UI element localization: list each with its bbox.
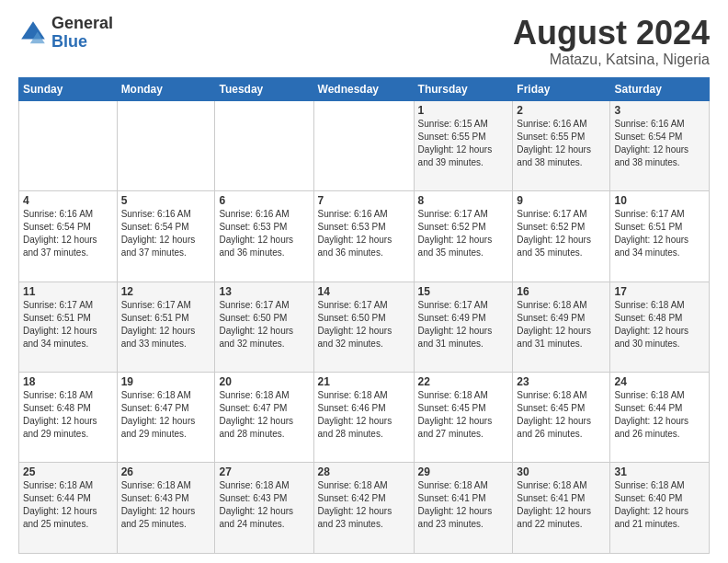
header: General Blue August 2024 Matazu, Katsina… — [18, 15, 710, 68]
day-info: Sunrise: 6:18 AM Sunset: 6:44 PM Dayligh… — [614, 389, 705, 441]
day-number: 23 — [517, 375, 606, 388]
day-number: 31 — [614, 465, 705, 478]
title-block: August 2024 Matazu, Katsina, Nigeria — [513, 15, 710, 68]
calendar-cell: 11Sunrise: 6:17 AM Sunset: 6:51 PM Dayli… — [19, 282, 118, 372]
day-info: Sunrise: 6:18 AM Sunset: 6:48 PM Dayligh… — [614, 299, 705, 350]
day-info: Sunrise: 6:16 AM Sunset: 6:53 PM Dayligh… — [318, 208, 410, 259]
calendar-cell: 26Sunrise: 6:18 AM Sunset: 6:43 PM Dayli… — [117, 463, 215, 554]
day-number: 21 — [318, 375, 410, 388]
calendar-week-2: 4Sunrise: 6:16 AM Sunset: 6:54 PM Daylig… — [19, 191, 710, 282]
calendar-cell: 31Sunrise: 6:18 AM Sunset: 6:40 PM Dayli… — [610, 463, 710, 554]
day-number: 7 — [318, 194, 410, 207]
calendar-cell: 2Sunrise: 6:16 AM Sunset: 6:55 PM Daylig… — [513, 100, 610, 190]
calendar-table: SundayMondayTuesdayWednesdayThursdayFrid… — [18, 77, 710, 554]
day-number: 17 — [614, 285, 705, 298]
day-info: Sunrise: 6:17 AM Sunset: 6:52 PM Dayligh… — [517, 208, 606, 259]
calendar-cell — [19, 100, 118, 190]
day-number: 26 — [121, 465, 211, 478]
day-info: Sunrise: 6:18 AM Sunset: 6:48 PM Dayligh… — [23, 389, 113, 441]
calendar-cell: 25Sunrise: 6:18 AM Sunset: 6:44 PM Dayli… — [19, 463, 118, 554]
day-info: Sunrise: 6:18 AM Sunset: 6:41 PM Dayligh… — [517, 479, 606, 531]
calendar-week-4: 18Sunrise: 6:18 AM Sunset: 6:48 PM Dayli… — [19, 373, 710, 463]
day-number: 10 — [614, 194, 705, 207]
location-subtitle: Matazu, Katsina, Nigeria — [513, 52, 710, 68]
day-number: 28 — [318, 465, 410, 478]
calendar-header-row: SundayMondayTuesdayWednesdayThursdayFrid… — [19, 77, 710, 100]
day-header-saturday: Saturday — [610, 77, 710, 100]
day-info: Sunrise: 6:15 AM Sunset: 6:55 PM Dayligh… — [418, 118, 509, 169]
day-info: Sunrise: 6:18 AM Sunset: 6:46 PM Dayligh… — [318, 389, 410, 441]
day-info: Sunrise: 6:17 AM Sunset: 6:51 PM Dayligh… — [23, 299, 113, 350]
day-header-wednesday: Wednesday — [313, 77, 414, 100]
day-header-friday: Friday — [513, 77, 610, 100]
day-number: 19 — [121, 375, 211, 388]
day-info: Sunrise: 6:17 AM Sunset: 6:50 PM Dayligh… — [318, 299, 410, 350]
calendar-cell: 17Sunrise: 6:18 AM Sunset: 6:48 PM Dayli… — [610, 282, 710, 372]
day-number: 11 — [23, 285, 113, 298]
day-info: Sunrise: 6:17 AM Sunset: 6:52 PM Dayligh… — [418, 208, 509, 259]
calendar-cell: 20Sunrise: 6:18 AM Sunset: 6:47 PM Dayli… — [215, 373, 313, 463]
day-number: 29 — [418, 465, 509, 478]
day-header-sunday: Sunday — [19, 77, 118, 100]
calendar-cell: 28Sunrise: 6:18 AM Sunset: 6:42 PM Dayli… — [313, 463, 414, 554]
day-number: 18 — [23, 375, 113, 388]
calendar-cell — [215, 100, 313, 190]
day-number: 12 — [121, 285, 211, 298]
day-number: 22 — [418, 375, 509, 388]
day-info: Sunrise: 6:17 AM Sunset: 6:49 PM Dayligh… — [418, 299, 509, 350]
day-info: Sunrise: 6:18 AM Sunset: 6:45 PM Dayligh… — [418, 389, 509, 441]
day-number: 2 — [517, 104, 606, 117]
calendar-cell: 23Sunrise: 6:18 AM Sunset: 6:45 PM Dayli… — [513, 373, 610, 463]
day-number: 30 — [517, 465, 606, 478]
day-info: Sunrise: 6:16 AM Sunset: 6:54 PM Dayligh… — [23, 208, 113, 259]
calendar-cell: 24Sunrise: 6:18 AM Sunset: 6:44 PM Dayli… — [610, 373, 710, 463]
day-info: Sunrise: 6:18 AM Sunset: 6:43 PM Dayligh… — [121, 479, 211, 531]
calendar-cell: 18Sunrise: 6:18 AM Sunset: 6:48 PM Dayli… — [19, 373, 118, 463]
calendar-cell: 7Sunrise: 6:16 AM Sunset: 6:53 PM Daylig… — [313, 191, 414, 282]
calendar-cell: 22Sunrise: 6:18 AM Sunset: 6:45 PM Dayli… — [414, 373, 513, 463]
day-number: 27 — [219, 465, 309, 478]
day-number: 24 — [614, 375, 705, 388]
day-number: 4 — [23, 194, 113, 207]
logo-icon — [18, 18, 48, 48]
day-info: Sunrise: 6:17 AM Sunset: 6:51 PM Dayligh… — [614, 208, 705, 259]
calendar-cell — [313, 100, 414, 190]
day-info: Sunrise: 6:18 AM Sunset: 6:41 PM Dayligh… — [418, 479, 509, 531]
calendar-cell — [117, 100, 215, 190]
calendar-cell: 15Sunrise: 6:17 AM Sunset: 6:49 PM Dayli… — [414, 282, 513, 372]
calendar-cell: 21Sunrise: 6:18 AM Sunset: 6:46 PM Dayli… — [313, 373, 414, 463]
day-info: Sunrise: 6:18 AM Sunset: 6:47 PM Dayligh… — [219, 389, 309, 441]
day-number: 14 — [318, 285, 410, 298]
day-info: Sunrise: 6:18 AM Sunset: 6:49 PM Dayligh… — [517, 299, 606, 350]
day-info: Sunrise: 6:18 AM Sunset: 6:47 PM Dayligh… — [121, 389, 211, 441]
day-info: Sunrise: 6:18 AM Sunset: 6:44 PM Dayligh… — [23, 479, 113, 531]
day-header-monday: Monday — [117, 77, 215, 100]
calendar-cell: 3Sunrise: 6:16 AM Sunset: 6:54 PM Daylig… — [610, 100, 710, 190]
day-info: Sunrise: 6:18 AM Sunset: 6:45 PM Dayligh… — [517, 389, 606, 441]
day-number: 1 — [418, 104, 509, 117]
day-number: 6 — [219, 194, 309, 207]
calendar-cell: 13Sunrise: 6:17 AM Sunset: 6:50 PM Dayli… — [215, 282, 313, 372]
day-number: 25 — [23, 465, 113, 478]
calendar-cell: 27Sunrise: 6:18 AM Sunset: 6:43 PM Dayli… — [215, 463, 313, 554]
day-number: 9 — [517, 194, 606, 207]
calendar-cell: 5Sunrise: 6:16 AM Sunset: 6:54 PM Daylig… — [117, 191, 215, 282]
logo-text: General Blue — [51, 15, 113, 52]
calendar-cell: 1Sunrise: 6:15 AM Sunset: 6:55 PM Daylig… — [414, 100, 513, 190]
day-number: 8 — [418, 194, 509, 207]
logo: General Blue — [18, 15, 113, 52]
day-number: 3 — [614, 104, 705, 117]
calendar-week-1: 1Sunrise: 6:15 AM Sunset: 6:55 PM Daylig… — [19, 100, 710, 190]
day-header-thursday: Thursday — [414, 77, 513, 100]
day-info: Sunrise: 6:16 AM Sunset: 6:54 PM Dayligh… — [614, 118, 705, 169]
logo-blue-text: Blue — [51, 33, 113, 52]
calendar-cell: 14Sunrise: 6:17 AM Sunset: 6:50 PM Dayli… — [313, 282, 414, 372]
calendar-cell: 12Sunrise: 6:17 AM Sunset: 6:51 PM Dayli… — [117, 282, 215, 372]
day-info: Sunrise: 6:18 AM Sunset: 6:40 PM Dayligh… — [614, 479, 705, 531]
day-info: Sunrise: 6:16 AM Sunset: 6:54 PM Dayligh… — [121, 208, 211, 259]
svg-marker-0 — [21, 21, 45, 39]
calendar-cell: 29Sunrise: 6:18 AM Sunset: 6:41 PM Dayli… — [414, 463, 513, 554]
day-info: Sunrise: 6:17 AM Sunset: 6:51 PM Dayligh… — [121, 299, 211, 350]
day-number: 13 — [219, 285, 309, 298]
day-number: 16 — [517, 285, 606, 298]
